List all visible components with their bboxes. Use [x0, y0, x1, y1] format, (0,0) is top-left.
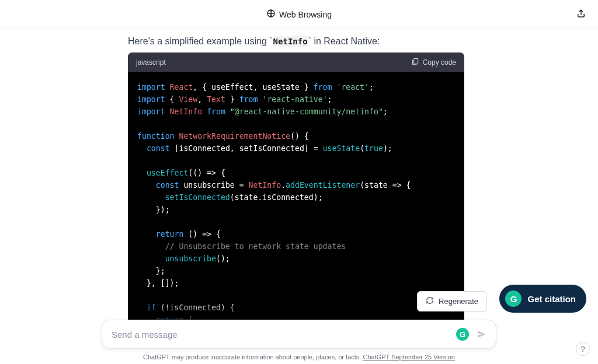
get-citation-label: Get citation — [527, 294, 576, 304]
regenerate-label: Regenerate — [439, 297, 478, 306]
intro-text: Here's a simplified example using `NetIn… — [128, 36, 464, 47]
svg-rect-1 — [413, 58, 418, 64]
code-language-label: javascript — [136, 58, 166, 66]
message-input[interactable] — [112, 330, 456, 340]
topbar-title-group: Web Browsing — [266, 9, 332, 20]
code-block: javascript Copy code import React, { use… — [128, 52, 464, 328]
code-header: javascript Copy code — [128, 52, 464, 72]
disclaimer-text: ChatGPT may produce inaccurate informati… — [143, 354, 363, 360]
regenerate-button[interactable]: Regenerate — [417, 291, 487, 312]
content-area: Here's a simplified example using `NetIn… — [0, 29, 598, 328]
version-link[interactable]: ChatGPT September 25 Version — [363, 354, 455, 360]
grammarly-icon: G — [505, 290, 521, 307]
copy-code-label: Copy code — [423, 58, 456, 66]
share-button[interactable] — [576, 8, 586, 21]
get-citation-button[interactable]: G Get citation — [499, 285, 586, 313]
clipboard-icon — [411, 57, 419, 67]
intro-prefix: Here's a simplified example using — [128, 36, 269, 46]
refresh-icon — [426, 296, 434, 306]
topbar-title: Web Browsing — [279, 10, 332, 19]
topbar: Web Browsing — [0, 0, 598, 29]
composer[interactable]: G — [102, 320, 496, 349]
intro-suffix: in React Native: — [311, 36, 380, 46]
send-button[interactable] — [474, 326, 490, 342]
globe-icon — [266, 9, 276, 20]
grammarly-small-icon[interactable]: G — [456, 328, 469, 341]
code-body: import React, { useEffect, useState } fr… — [128, 72, 464, 328]
disclaimer: ChatGPT may produce inaccurate informati… — [0, 354, 598, 360]
copy-code-button[interactable]: Copy code — [411, 57, 456, 67]
help-button[interactable]: ? — [576, 342, 590, 356]
inline-code: NetInfo — [273, 36, 308, 47]
